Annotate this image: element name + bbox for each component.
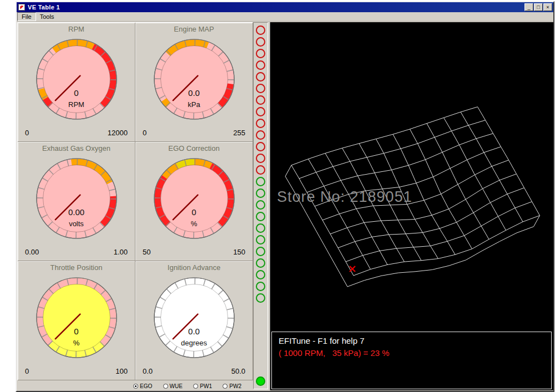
surface-panel: Store No: 2189051 EFITune - F1 for help … [270,22,553,390]
gauge-title: Exhaust Gas Oxygen [18,144,135,152]
gauge-title: EGO Correction [135,144,253,152]
radio-wue-dot[interactable] [163,384,168,389]
indicator-light [256,212,265,221]
indicator-light [256,72,265,82]
gauge-rpm: RPM 0 RPM 0 12000 [18,23,135,142]
gauge-title: RPM [18,25,135,33]
indicator-light [256,200,265,210]
menu-item-file[interactable]: File [17,12,36,21]
radio-wue[interactable]: WUE [163,383,183,389]
gauge-dial [30,271,123,364]
gauge-ego-correction: EGO Correction 0 % 50 150 [135,142,253,261]
radio-pw1[interactable]: PW1 [193,383,212,389]
indicator-light [256,189,265,198]
gauge-dial [30,152,123,245]
gauge-min-label: 0 [25,129,29,137]
indicator-light [256,60,265,70]
indicator-light [256,282,265,291]
gauge-min-label: 0.0 [143,367,153,375]
gauge-title: Ignition Advance [135,263,253,272]
gauge-value: 0.00 [18,207,135,217]
indicator-light [256,293,265,303]
indicator-light [256,247,265,256]
gauges-panel: RPM 0 RPM 0 12000 Engine MAP 0.0 kPa 0 2… [17,22,253,380]
indicator-light [256,37,265,47]
indicator-strip [253,22,268,389]
gauge-dial [30,33,123,126]
gauge-units: % [135,220,253,228]
gauge-max-label: 50.0 [231,367,245,375]
gauge-throttle-position: Throttle Position 0 % 0 100 [18,261,135,380]
ve-table-window: VE Table 1 _ □ × File Tools RPM 0 RPM 0 … [16,1,554,392]
indicator-light [256,49,265,58]
close-button[interactable]: × [543,3,552,11]
window-title: VE Table 1 [28,4,60,11]
radio-ego-label: EGO [140,383,152,389]
indicator-light [256,119,265,128]
gauge-dial [148,152,241,245]
gauge-select-radio-group: EGO WUE PW1 PW2 [133,382,241,390]
watermark: Store No: 2189051 [277,189,412,206]
indicator-light [256,142,265,151]
window-controls: _ □ × [524,3,552,11]
indicator-light [256,258,265,268]
gauge-engine-map: Engine MAP 0.0 kPa 0 255 [135,23,253,142]
gauge-min-label: 0.00 [25,248,39,256]
ve-surface-3d[interactable] [270,22,554,329]
indicator-light [256,154,265,163]
radio-pw1-label: PW1 [200,383,212,389]
radio-pw2-label: PW2 [229,383,241,389]
gauge-max-label: 12000 [108,129,128,137]
indicator-light [256,177,265,186]
indicator-light [256,26,265,35]
gauge-units: volts [18,220,135,228]
indicator-light [256,270,265,279]
indicator-light [256,223,265,233]
radio-wue-label: WUE [170,383,183,389]
gauge-title: Throttle Position [18,263,135,272]
status-line1: EFITune - F1 for help 7 [279,336,544,345]
radio-ego-dot[interactable] [133,384,138,389]
gauge-units: degrees [135,339,253,347]
gauge-value: 0 [18,327,135,336]
menu-bar: File Tools [17,12,553,22]
gauge-units: % [18,339,135,347]
gauge-dial [148,33,241,126]
menu-item-tools[interactable]: Tools [36,13,58,21]
radio-pw2[interactable]: PW2 [223,383,241,389]
indicator-light [256,376,265,386]
gauge-min-label: 0 [143,129,147,137]
gauge-min-label: 0 [25,367,29,375]
gauge-max-label: 255 [233,129,245,137]
gauge-max-label: 150 [233,248,245,256]
indicator-light [256,107,265,116]
gauge-max-label: 100 [115,367,128,375]
app-icon [18,4,25,11]
gauge-title: Engine MAP [135,25,253,33]
radio-ego[interactable]: EGO [133,383,152,389]
indicator-light [256,130,265,140]
radio-pw1-dot[interactable] [193,384,198,389]
status-box: EFITune - F1 for help 7 ( 1000 RPM, 35 k… [271,332,552,389]
gauge-dial [148,271,241,364]
gauge-exhaust-gas-oxygen: Exhaust Gas Oxygen 0.00 volts 0.00 1.00 [18,142,135,261]
gauge-ignition-advance: Ignition Advance 0.0 degrees 0.0 50.0 [135,261,253,380]
title-bar[interactable]: VE Table 1 _ □ × [17,2,553,12]
gauge-units: kPa [135,100,253,109]
minimize-button[interactable]: _ [524,3,533,11]
red-x-marker [350,266,355,272]
indicator-light [256,165,265,175]
gauge-value: 0 [135,207,253,217]
main-area: RPM 0 RPM 0 12000 Engine MAP 0.0 kPa 0 2… [17,22,553,391]
gauge-value: 0 [18,88,135,98]
gauge-max-label: 1.00 [114,248,128,256]
radio-pw2-dot[interactable] [223,384,228,389]
gauge-value: 0.0 [135,327,253,336]
indicator-light [256,95,265,105]
indicator-light [256,235,265,245]
maximize-button[interactable]: □ [534,3,543,11]
status-line2: ( 1000 RPM, 35 kPa) = 23 % [279,348,544,358]
indicator-light [256,84,265,93]
gauge-units: RPM [18,100,135,109]
gauge-min-label: 50 [143,248,150,256]
